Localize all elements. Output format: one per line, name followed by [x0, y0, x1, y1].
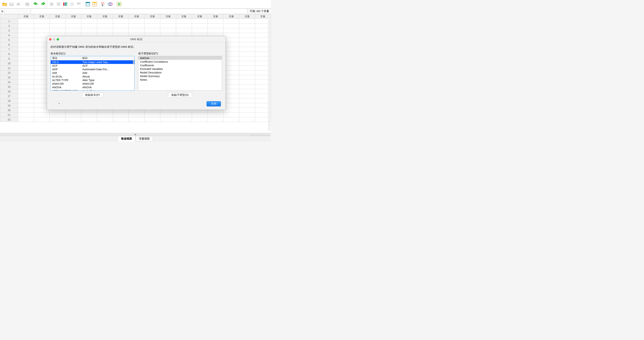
row-header[interactable]: 16	[0, 89, 18, 94]
data-cell[interactable]	[176, 28, 192, 33]
data-cell[interactable]	[192, 19, 208, 24]
data-cell[interactable]	[239, 33, 255, 38]
data-cell[interactable]	[18, 103, 34, 108]
row-header[interactable]: 10	[0, 61, 18, 66]
data-cell[interactable]	[239, 113, 255, 117]
row-header[interactable]: 2	[0, 24, 18, 28]
data-cell[interactable]	[192, 28, 208, 33]
subtype-list-row[interactable]: Excluded Variables	[138, 67, 222, 71]
close-button[interactable]: 关闭	[206, 101, 221, 106]
use-sets-icon[interactable]	[107, 1, 114, 8]
goto-variable-icon[interactable]	[55, 1, 62, 8]
command-list-row[interactable]: ALSCALAlscal	[51, 75, 134, 78]
data-cell[interactable]	[34, 19, 50, 24]
vertical-scrollbar[interactable]	[268, 20, 270, 131]
subtype-list-row[interactable]: Model Description	[138, 71, 222, 74]
data-cell[interactable]	[239, 42, 255, 47]
subtype-list-row[interactable]: Notes	[138, 78, 222, 81]
column-header[interactable]: 变量	[208, 14, 224, 19]
column-header[interactable]: 变量	[144, 14, 160, 19]
data-cell[interactable]	[128, 28, 144, 33]
data-cell[interactable]	[239, 89, 255, 94]
command-list-row[interactable]: APPLY DICTIONARYApply Dictionary	[51, 89, 134, 91]
data-cell[interactable]	[224, 113, 239, 117]
data-cell[interactable]	[18, 89, 34, 94]
save-icon[interactable]	[8, 1, 15, 8]
row-header[interactable]: 5	[0, 38, 18, 42]
dialog-titlebar[interactable]: OMS 标识	[47, 36, 226, 43]
data-cell[interactable]	[239, 52, 255, 56]
data-cell[interactable]	[113, 19, 128, 24]
variables-icon[interactable]	[62, 1, 68, 8]
data-cell[interactable]	[18, 75, 34, 80]
data-cell[interactable]	[160, 117, 176, 122]
data-cell[interactable]	[224, 52, 239, 56]
data-cell[interactable]	[176, 117, 192, 122]
paste-subtypes-button[interactable]: 粘贴子类型(S)	[168, 92, 192, 98]
column-header[interactable]: 变量	[255, 14, 271, 19]
data-cell[interactable]	[208, 19, 224, 24]
run-descriptives-icon[interactable]	[69, 1, 75, 8]
data-cell[interactable]	[224, 24, 239, 28]
data-cell[interactable]	[224, 66, 239, 70]
help-button[interactable]: ?	[57, 102, 61, 106]
data-cell[interactable]	[18, 117, 34, 122]
data-cell[interactable]	[144, 19, 160, 24]
data-cell[interactable]	[208, 24, 224, 28]
command-list-row[interactable]: ANACORANACOR	[51, 82, 134, 86]
data-cell[interactable]	[18, 33, 34, 38]
data-cell[interactable]	[81, 113, 97, 117]
data-cell[interactable]	[160, 28, 176, 33]
data-cell[interactable]	[18, 113, 34, 117]
data-cell[interactable]	[224, 70, 239, 75]
undo-icon[interactable]	[33, 1, 39, 8]
data-cell[interactable]	[239, 103, 255, 108]
column-header[interactable]: 变量	[34, 14, 50, 19]
data-cell[interactable]	[224, 42, 239, 47]
data-cell[interactable]	[144, 28, 160, 33]
data-cell[interactable]	[66, 19, 81, 24]
command-list-row[interactable]: ADPAutomated Data Pre...	[51, 68, 134, 71]
row-header[interactable]: 11	[0, 66, 18, 70]
data-cell[interactable]	[239, 28, 255, 33]
data-cell[interactable]	[239, 80, 255, 85]
data-cell[interactable]	[239, 85, 255, 89]
data-cell[interactable]	[239, 47, 255, 52]
data-cell[interactable]	[239, 38, 255, 42]
row-header[interactable]: 1	[0, 19, 18, 24]
data-cell[interactable]	[192, 117, 208, 122]
column-header-syntax[interactable]: 语法	[51, 56, 81, 60]
column-header[interactable]: 变量	[224, 14, 239, 19]
data-cell[interactable]	[144, 113, 160, 117]
data-cell[interactable]	[18, 85, 34, 89]
row-header[interactable]: 19	[0, 103, 18, 108]
data-cell[interactable]	[224, 94, 239, 99]
subtype-list-row[interactable]: ANOVA	[138, 56, 222, 60]
data-cell[interactable]	[34, 24, 50, 28]
data-cell[interactable]	[239, 56, 255, 61]
column-header[interactable]: 变量	[81, 14, 97, 19]
data-cell[interactable]	[128, 113, 144, 117]
row-header[interactable]: 8	[0, 52, 18, 56]
data-cell[interactable]	[176, 19, 192, 24]
data-cell[interactable]	[18, 28, 34, 33]
data-cell[interactable]	[50, 117, 66, 122]
data-cell[interactable]	[192, 113, 208, 117]
horizontal-scrollbar[interactable]	[0, 133, 271, 136]
data-cell[interactable]	[66, 28, 81, 33]
data-cell[interactable]	[224, 117, 239, 122]
command-list-row[interactable]: ACFACF	[51, 64, 134, 68]
data-cell[interactable]	[160, 113, 176, 117]
data-cell[interactable]	[97, 19, 113, 24]
column-header[interactable]: 变量	[97, 14, 113, 19]
data-cell[interactable]	[208, 113, 224, 117]
data-cell[interactable]	[18, 38, 34, 42]
column-header[interactable]: 变量	[18, 14, 34, 19]
subtype-list-row[interactable]: Model Summary	[138, 74, 222, 78]
data-cell[interactable]	[66, 113, 81, 117]
data-cell[interactable]	[239, 117, 255, 122]
row-header[interactable]: 4	[0, 33, 18, 38]
command-list-row[interactable]: 2SLSTwo-stage Least Squ...	[51, 60, 134, 64]
cell-value-input[interactable]	[31, 9, 248, 14]
data-cell[interactable]	[224, 85, 239, 89]
